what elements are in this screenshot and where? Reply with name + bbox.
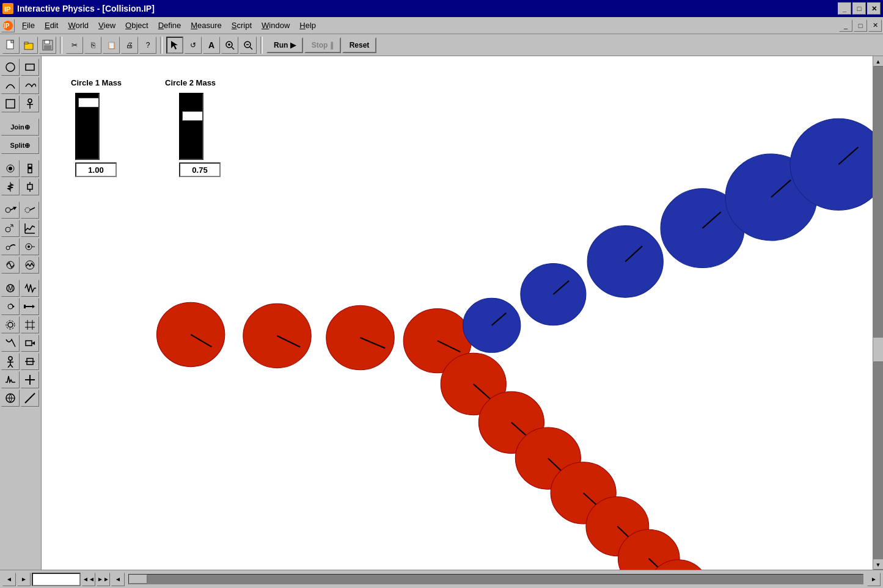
spring-tool[interactable] — [1, 178, 20, 195]
curve-tool[interactable] — [21, 77, 39, 94]
step-forward-button[interactable]: ►► — [97, 573, 110, 586]
person-tool[interactable] — [1, 353, 20, 370]
open-button[interactable] — [21, 37, 38, 54]
step-back-button[interactable]: ◄◄ — [82, 573, 95, 586]
accel-tool[interactable] — [21, 201, 39, 219]
force-actuator-tool[interactable] — [21, 298, 39, 315]
menu-edit[interactable]: Edit — [40, 18, 63, 32]
svg-rect-63 — [26, 341, 32, 346]
measure-row-2 — [1, 220, 40, 237]
scroll-thumb-vertical[interactable] — [873, 338, 884, 362]
text-button[interactable]: A — [203, 37, 220, 54]
join-button[interactable]: Join⊕ — [1, 118, 39, 136]
velocity-tool[interactable] — [1, 201, 20, 219]
svg-text:IP: IP — [4, 23, 10, 29]
canvas-area: Circle 1 Mass 1.00 Circle 2 Mass 0.75 — [42, 56, 873, 570]
menu-object[interactable]: Object — [120, 18, 153, 32]
reset-button[interactable]: Reset — [342, 37, 377, 53]
torque-tool[interactable] — [1, 298, 20, 315]
menu-script[interactable]: Script — [227, 18, 257, 32]
minimize-button[interactable]: _ — [838, 2, 851, 15]
print-button[interactable]: 🖨 — [121, 37, 138, 54]
menu-help[interactable]: Help — [295, 18, 321, 32]
svg-line-68 — [8, 365, 10, 368]
inner-minimize-button[interactable]: _ — [839, 20, 852, 32]
svg-point-57 — [8, 322, 13, 327]
menu-file[interactable]: File — [17, 18, 40, 32]
svg-line-69 — [10, 365, 13, 368]
grid-tool[interactable] — [21, 316, 39, 333]
rotate-button[interactable]: ↺ — [185, 37, 202, 54]
arc-tool[interactable] — [1, 77, 20, 94]
scope-tool[interactable] — [21, 256, 39, 274]
stop-button[interactable]: Stop ‖ — [304, 37, 341, 53]
line-tool[interactable] — [21, 390, 39, 407]
save-button[interactable] — [39, 37, 56, 54]
track-tool[interactable] — [1, 238, 20, 255]
svg-point-36 — [25, 208, 30, 212]
output-tool[interactable] — [21, 335, 39, 352]
svg-point-22 — [28, 99, 32, 103]
scroll-thumb-horizontal[interactable] — [129, 575, 147, 584]
force-tool[interactable] — [1, 220, 20, 237]
slot-joint-tool[interactable] — [21, 160, 39, 177]
rope-tool[interactable] — [1, 335, 20, 352]
zoom-in-button[interactable] — [221, 37, 238, 54]
square-tool[interactable] — [1, 95, 20, 112]
help-button[interactable]: ? — [139, 37, 156, 54]
copy-button[interactable]: ⎘ — [84, 37, 101, 54]
circle-tool[interactable] — [1, 59, 20, 76]
nav-left-button[interactable]: ◄ — [111, 573, 125, 586]
menu-app-icon[interactable]: IP — [1, 19, 15, 32]
prev-frame-start[interactable]: ◄ — [2, 573, 16, 586]
gear-tool[interactable] — [1, 316, 20, 333]
motor-tool[interactable]: M — [1, 280, 20, 297]
graph-tool[interactable] — [21, 220, 39, 237]
waveform-tool[interactable] — [21, 280, 39, 297]
cut-button[interactable]: ✂ — [66, 37, 83, 54]
run-button[interactable]: Run ▶ — [266, 37, 303, 53]
hinge-tool[interactable] — [21, 353, 39, 370]
frame-input[interactable]: 0 — [32, 573, 81, 586]
menu-world[interactable]: World — [63, 18, 93, 32]
world-tool[interactable] — [1, 390, 20, 407]
paste-button[interactable]: 📋 — [103, 37, 120, 54]
anchor-tool[interactable] — [21, 95, 39, 112]
zoom-out-button[interactable] — [240, 37, 257, 54]
inner-restore-button[interactable]: □ — [854, 20, 867, 32]
actuator-row-1: M — [1, 280, 40, 297]
scroll-track-horizontal[interactable] — [128, 574, 863, 584]
measure-row-3 — [1, 238, 40, 255]
menu-view[interactable]: View — [93, 18, 120, 32]
title-bar: IP Interactive Physics - [Collision.IP] … — [0, 0, 883, 17]
menu-bar: IP File Edit World View Object Define Me… — [0, 17, 883, 34]
damper-tool[interactable] — [21, 178, 39, 195]
scroll-down-button[interactable]: ▼ — [873, 559, 884, 570]
signal-tool[interactable] — [1, 371, 20, 388]
split-button[interactable]: Split⊕ — [1, 137, 39, 154]
svg-point-19 — [6, 63, 15, 71]
close-button[interactable]: ✕ — [867, 2, 881, 15]
gap-1 — [1, 114, 40, 117]
svg-point-46 — [27, 245, 30, 248]
play-button[interactable]: ► — [17, 573, 31, 586]
svg-line-17 — [250, 47, 252, 49]
select-button[interactable] — [166, 37, 183, 54]
scroll-track-vertical[interactable] — [873, 67, 884, 559]
svg-text:IP: IP — [4, 5, 10, 13]
nav-right-button[interactable]: ► — [867, 573, 881, 586]
pin-joint-tool[interactable] — [1, 160, 20, 177]
inner-close-button[interactable]: ✕ — [868, 20, 882, 32]
title-text: Interactive Physics - [Collision.IP] — [17, 4, 155, 13]
sensor-tool[interactable] — [1, 256, 20, 274]
menu-window[interactable]: Window — [257, 18, 295, 32]
rect-tool[interactable] — [21, 59, 39, 76]
new-button[interactable] — [2, 37, 20, 54]
scroll-up-button[interactable]: ▲ — [873, 56, 884, 67]
measure-tool-2[interactable] — [21, 238, 39, 255]
divider-tool[interactable] — [21, 371, 39, 388]
menu-define[interactable]: Define — [153, 18, 186, 32]
measure-row-1 — [1, 201, 40, 219]
menu-measure[interactable]: Measure — [186, 18, 227, 32]
maximize-button[interactable]: □ — [852, 2, 866, 15]
